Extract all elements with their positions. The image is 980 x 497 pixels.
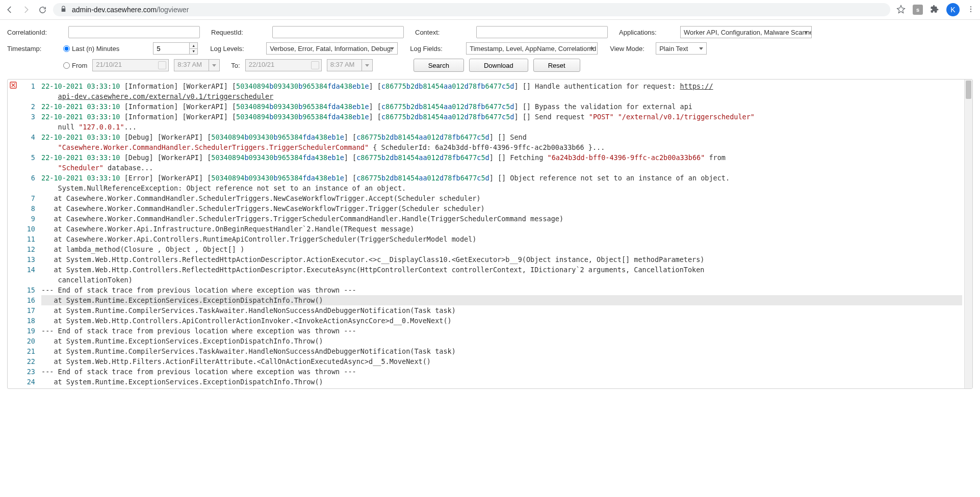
log-content[interactable]: 22-10-2021 03:33:10 [Information] [Worke… [39, 80, 964, 388]
browser-toolbar: admin-dev.casewhere.com/logviewer s K [0, 0, 980, 20]
to-time-input[interactable]: 8:37 AM [327, 59, 362, 71]
bookmark-star-icon[interactable] [896, 5, 906, 15]
applications-label: Applications: [619, 29, 675, 36]
request-id-input[interactable] [272, 26, 404, 38]
log-levels-label: Log Levels: [210, 45, 261, 53]
log-fields-select[interactable]: Timestamp, Level, AppName, CorrelationId [466, 42, 598, 55]
spin-up-button[interactable]: ▲ [190, 43, 197, 49]
to-date-input[interactable]: 22/10/21 [245, 59, 322, 71]
context-label: Context: [415, 29, 471, 36]
line-numbers: 123456789101112131415161718192021222324 [19, 80, 39, 388]
request-id-label: RequestId: [211, 29, 267, 36]
from-radio[interactable]: From [63, 62, 87, 69]
last-n-radio[interactable]: Last (n) Minutes [63, 45, 119, 53]
reset-button[interactable]: Reset [533, 59, 580, 72]
address-bar[interactable]: admin-dev.casewhere.com/logviewer [53, 3, 890, 16]
from-radio-input[interactable] [63, 62, 70, 69]
extensions-icon[interactable] [930, 5, 939, 15]
svg-point-1 [970, 8, 971, 9]
to-time-dropdown[interactable] [362, 59, 373, 71]
forward-button[interactable] [21, 5, 31, 14]
gutter-marker-icon[interactable] [8, 80, 19, 388]
timestamp-label: Timestamp: [7, 45, 58, 53]
last-n-radio-input[interactable] [63, 45, 70, 52]
spin-down-button[interactable]: ▼ [190, 49, 197, 55]
log-viewer: 123456789101112131415161718192021222324 … [7, 79, 973, 389]
scrollbar[interactable] [964, 80, 972, 388]
correlation-id-input[interactable] [68, 26, 200, 38]
url-text: admin-dev.casewhere.com/logviewer [72, 6, 189, 14]
svg-point-0 [970, 6, 971, 7]
log-fields-label: Log Fields: [410, 45, 461, 53]
svg-point-2 [970, 11, 971, 12]
from-time-input[interactable]: 8:37 AM [174, 59, 209, 71]
scrollbar-thumb[interactable] [966, 81, 971, 99]
extension-badge[interactable]: s [913, 5, 923, 15]
view-mode-label: View Mode: [610, 45, 651, 53]
to-label: To: [231, 62, 240, 69]
search-button[interactable]: Search [414, 59, 464, 72]
context-input[interactable] [476, 26, 608, 38]
download-button[interactable]: Download [469, 59, 528, 72]
lock-icon [60, 6, 67, 14]
correlation-id-label: CorrelationId: [7, 29, 63, 36]
applications-select[interactable]: Worker API, Configuration, Malware Scann… [680, 26, 812, 38]
from-radio-label: From [72, 62, 87, 69]
last-n-radio-label: Last (n) Minutes [72, 45, 119, 53]
profile-avatar[interactable]: K [946, 3, 960, 16]
from-date-input[interactable]: 21/10/21 [92, 59, 169, 71]
from-time-dropdown[interactable] [209, 59, 220, 71]
overflow-menu-icon[interactable] [967, 5, 975, 15]
view-mode-select[interactable]: Plain Text [656, 42, 707, 55]
log-levels-select[interactable]: Verbose, Error, Fatal, Information, Debu… [266, 42, 398, 55]
back-button[interactable] [5, 5, 14, 14]
reload-button[interactable] [38, 5, 47, 14]
